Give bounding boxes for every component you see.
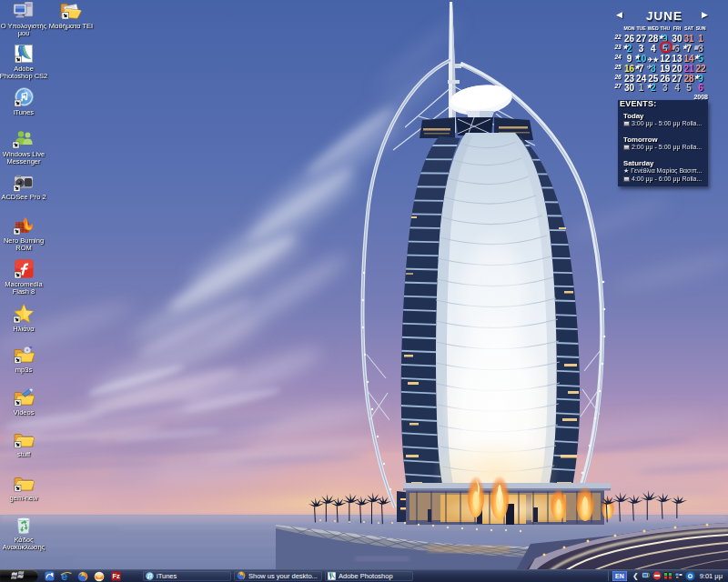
svg-text:Fz: Fz: [112, 572, 120, 580]
